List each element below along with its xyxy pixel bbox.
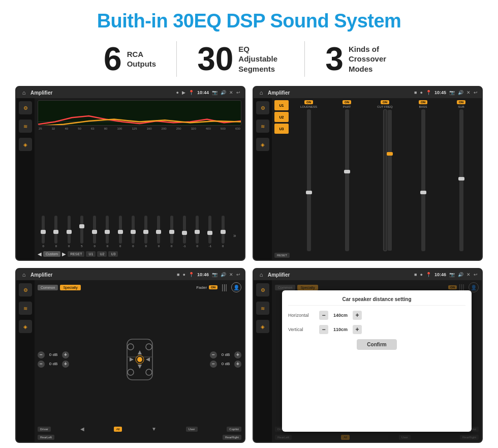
eq-slider-more: » bbox=[230, 219, 241, 248]
dialog-bottom-row-2: RearLeft All User RearRight bbox=[275, 435, 479, 440]
horizontal-minus-btn[interactable]: − bbox=[319, 311, 328, 320]
dialog-sidebar-btn-3[interactable]: ◈ bbox=[256, 320, 269, 333]
all-btn[interactable]: All bbox=[114, 427, 122, 432]
dialog-sidebar-btn-1[interactable]: ⚙ bbox=[256, 283, 269, 296]
eq-slider-14: -1 bbox=[204, 216, 215, 248]
eq-screen-time: 10:44 bbox=[197, 90, 209, 95]
stat-label-crossover: Kinds ofCrossover Modes bbox=[349, 44, 394, 74]
copilot-btn[interactable]: Copilot bbox=[227, 427, 241, 432]
home-icon-3[interactable]: ⌂ bbox=[20, 271, 27, 278]
eq-sliders: 0 0 0 5 bbox=[38, 132, 241, 249]
eq-u1-btn[interactable]: U1 bbox=[86, 251, 96, 257]
freq-500: 500 bbox=[221, 127, 226, 130]
slider-track-4[interactable] bbox=[80, 216, 83, 244]
vol-plus-1[interactable]: + bbox=[62, 351, 69, 359]
bass-slider[interactable] bbox=[421, 109, 425, 251]
eq-freq-labels: 25 32 40 50 63 80 100 125 160 200 250 32… bbox=[38, 127, 241, 130]
loudness-slider[interactable] bbox=[307, 109, 311, 251]
dialog-specialty-tab: Specialty bbox=[297, 285, 318, 290]
dot-icon-dialog-1: ■ bbox=[414, 272, 417, 277]
eq-val-8: 0 bbox=[132, 245, 134, 248]
slider-track-9[interactable] bbox=[144, 216, 147, 244]
rearright-btn[interactable]: RearRight bbox=[223, 435, 241, 440]
cutfreq-slider[interactable] bbox=[383, 109, 387, 251]
eq-next-btn[interactable]: ▶ bbox=[62, 251, 66, 257]
eq-sidebar-btn-3[interactable]: ◈ bbox=[19, 138, 32, 151]
volume-icon: 🔊 bbox=[221, 90, 226, 95]
vol-minus-4[interactable]: − bbox=[210, 361, 217, 368]
slider-track-12[interactable] bbox=[183, 216, 186, 244]
slider-track-6[interactable] bbox=[106, 216, 109, 244]
slider-track-2[interactable] bbox=[54, 216, 57, 244]
eq-prev-btn[interactable]: ◀ bbox=[38, 251, 42, 257]
preset-u3-btn[interactable]: U3 bbox=[274, 124, 289, 134]
page-title: Buith-in 30EQ DSP Sound System bbox=[97, 10, 401, 32]
slider-track-7[interactable] bbox=[119, 216, 122, 244]
specialty-tab[interactable]: Specialty bbox=[60, 285, 80, 290]
dot-icon-dialog-2: ● bbox=[420, 272, 423, 277]
eq-reset-btn[interactable]: RESET bbox=[68, 251, 84, 257]
vertical-label: Vertical bbox=[288, 327, 316, 332]
slider-track-3[interactable] bbox=[68, 216, 71, 244]
home-icon[interactable]: ⌂ bbox=[20, 89, 27, 96]
slider-track-14[interactable] bbox=[208, 216, 211, 244]
dialog-sidebar-btn-2[interactable]: ≋ bbox=[256, 302, 269, 315]
svg-point-5 bbox=[128, 344, 134, 350]
preset-u1-btn[interactable]: U1 bbox=[274, 100, 289, 110]
fader-left-arrow[interactable]: ◀ bbox=[80, 426, 84, 432]
dialog-screen-time: 10:46 bbox=[434, 272, 446, 277]
slider-track-1[interactable] bbox=[42, 216, 45, 244]
x-icon-2: ✕ bbox=[466, 90, 471, 95]
crossover-reset-btn[interactable]: RESET bbox=[274, 253, 290, 258]
eq-u2-btn[interactable]: U2 bbox=[97, 251, 107, 257]
vertical-row: Vertical − 110cm + bbox=[288, 325, 465, 334]
confirm-button[interactable]: Confirm bbox=[357, 339, 396, 350]
stat-number-crossover: 3 bbox=[325, 43, 344, 75]
vertical-minus-btn[interactable]: − bbox=[319, 325, 328, 334]
fader-sidebar-btn-1[interactable]: ⚙ bbox=[19, 283, 32, 296]
cutfreq-on-badge: ON bbox=[381, 100, 389, 104]
fader-sidebar-btn-2[interactable]: ≋ bbox=[19, 302, 32, 315]
cross-sidebar-btn-1[interactable]: ⚙ bbox=[256, 101, 269, 114]
vol-plus-2[interactable]: + bbox=[62, 361, 69, 368]
eq-val-12: -1 bbox=[183, 245, 185, 248]
driver-btn[interactable]: Driver bbox=[38, 427, 51, 432]
location-icon-2: 📍 bbox=[426, 90, 431, 95]
home-icon-2[interactable]: ⌂ bbox=[258, 89, 265, 96]
eq-sidebar-btn-1[interactable]: ⚙ bbox=[19, 101, 32, 114]
eq-slider-6: 0 bbox=[102, 216, 113, 248]
eq-custom-btn[interactable]: Custom bbox=[43, 251, 60, 257]
vol-minus-1[interactable]: − bbox=[38, 351, 45, 359]
phat-slider[interactable] bbox=[345, 109, 349, 251]
vol-plus-3[interactable]: + bbox=[234, 351, 241, 359]
eq-val-3: 0 bbox=[68, 245, 70, 248]
common-tab[interactable]: Common bbox=[38, 285, 58, 290]
preset-u2-btn[interactable]: U2 bbox=[274, 112, 289, 122]
slider-track-8[interactable] bbox=[132, 216, 135, 244]
fader-slider-handle[interactable]: ||| bbox=[222, 283, 227, 291]
vol-minus-3[interactable]: − bbox=[210, 351, 217, 359]
screens-grid: ⌂ Amplifier ● ▶ 📍 10:44 📷 🔊 ✕ ↩ ⚙ ≋ ◈ bbox=[15, 86, 483, 443]
fader-sidebar-btn-3[interactable]: ◈ bbox=[19, 320, 32, 333]
slider-track-5[interactable] bbox=[93, 216, 96, 244]
slider-track-13[interactable] bbox=[196, 216, 199, 244]
cross-sidebar-btn-2[interactable]: ≋ bbox=[256, 120, 269, 133]
eq-u3-btn[interactable]: U3 bbox=[108, 251, 118, 257]
fader-down-arrow[interactable]: ▼ bbox=[151, 426, 157, 432]
home-icon-4[interactable]: ⌂ bbox=[258, 271, 265, 278]
sub-slider[interactable] bbox=[459, 109, 463, 251]
eq-sidebar-btn-2[interactable]: ≋ bbox=[19, 120, 32, 133]
rearleft-btn[interactable]: RearLeft bbox=[38, 435, 54, 440]
eq-bottom-bar: ◀ Custom ▶ RESET U1 U2 U3 bbox=[38, 250, 241, 258]
slider-track-11[interactable] bbox=[170, 216, 173, 244]
horizontal-plus-btn[interactable]: + bbox=[353, 311, 362, 320]
vol-minus-2[interactable]: − bbox=[38, 361, 45, 368]
freq-63: 63 bbox=[91, 127, 95, 130]
slider-track-10[interactable] bbox=[157, 216, 160, 244]
x-icon-3: ✕ bbox=[229, 272, 233, 277]
user-btn[interactable]: User bbox=[186, 427, 198, 432]
vertical-plus-btn[interactable]: + bbox=[353, 325, 362, 334]
cross-sidebar-btn-3[interactable]: ◈ bbox=[256, 138, 269, 151]
vol-plus-4[interactable]: + bbox=[234, 361, 241, 368]
slider-track-15[interactable] bbox=[222, 216, 225, 244]
